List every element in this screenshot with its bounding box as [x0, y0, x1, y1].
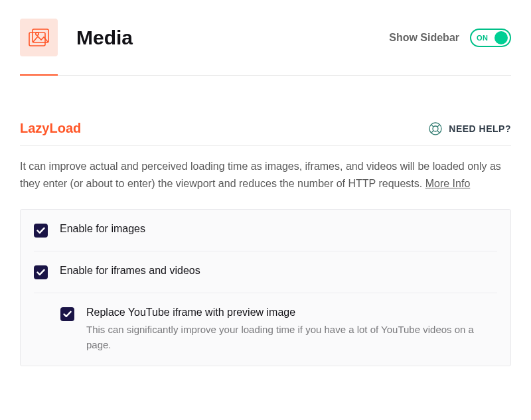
option-enable-iframes: Enable for iframes and videos [34, 251, 497, 293]
more-info-link[interactable]: More Info [425, 178, 471, 189]
checkbox-enable-images[interactable] [34, 224, 48, 238]
show-sidebar-label: Show Sidebar [389, 32, 459, 44]
checkmark-icon [63, 311, 72, 318]
section-title: LazyLoad [20, 121, 81, 136]
svg-line-8 [437, 130, 440, 133]
need-help-label: NEED HELP? [449, 123, 511, 134]
option-description: This can significantly improve your load… [86, 322, 497, 352]
option-label: Enable for images [60, 223, 497, 235]
svg-line-7 [431, 130, 434, 133]
svg-point-4 [433, 126, 438, 131]
option-body: Replace YouTube iframe with preview imag… [86, 307, 497, 352]
header-right: Show Sidebar ON [389, 29, 511, 47]
option-label: Enable for iframes and videos [60, 265, 497, 277]
svg-rect-0 [29, 33, 45, 46]
option-youtube-preview: Replace YouTube iframe with preview imag… [34, 293, 497, 366]
svg-line-5 [431, 124, 434, 127]
need-help-link[interactable]: NEED HELP? [429, 122, 511, 135]
option-body: Enable for images [60, 223, 497, 235]
page-header: Media Show Sidebar ON [20, 19, 511, 76]
page-title: Media [76, 27, 133, 49]
toggle-knob [494, 31, 508, 44]
svg-line-6 [437, 124, 440, 127]
sidebar-toggle[interactable]: ON [470, 29, 511, 47]
section-header: LazyLoad NEED HELP? [20, 121, 511, 146]
media-icon [29, 29, 50, 47]
section-description: It can improve actual and perceived load… [20, 158, 511, 192]
options-panel: Enable for images Enable for iframes and… [20, 209, 511, 366]
media-icon-box [20, 19, 58, 56]
option-label: Replace YouTube iframe with preview imag… [86, 307, 497, 318]
header-left: Media [20, 19, 133, 56]
checkmark-icon [37, 269, 45, 276]
svg-point-2 [35, 32, 38, 35]
toggle-state-label: ON [477, 34, 489, 42]
checkmark-icon [37, 227, 45, 234]
checkbox-youtube-preview[interactable] [60, 307, 74, 321]
option-enable-images: Enable for images [34, 210, 497, 251]
checkbox-enable-iframes[interactable] [34, 265, 48, 279]
lifesaver-icon [429, 122, 442, 135]
option-body: Enable for iframes and videos [60, 265, 497, 277]
